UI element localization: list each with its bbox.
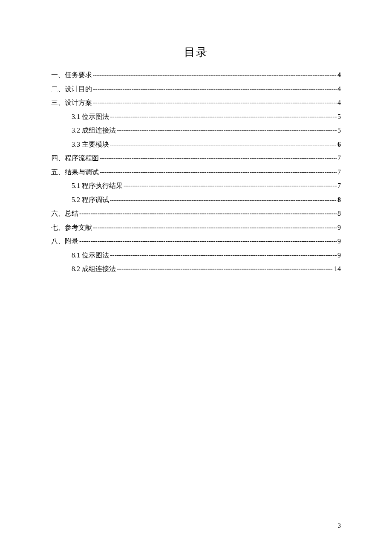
toc-leader: ----------------------------------------…: [110, 252, 337, 259]
page-number: 3: [338, 523, 341, 529]
toc-leader: ----------------------------------------…: [110, 113, 337, 120]
toc-entry-page: 8: [337, 210, 341, 217]
toc-entry: 8.1 位示图法 -------------------------------…: [51, 252, 341, 259]
toc-entry-page: 14: [334, 266, 341, 272]
toc-entry-page: 8: [337, 197, 341, 203]
toc-entry: 5.2 程序调试 -------------------------------…: [51, 197, 341, 203]
toc-entry-page: 5: [337, 127, 341, 134]
toc-leader: ----------------------------------------…: [124, 182, 337, 189]
toc-entry: 八、附录 -----------------------------------…: [51, 238, 341, 245]
toc-entry-page: 5: [337, 113, 341, 120]
toc-entry-page: 4: [337, 72, 341, 78]
toc-entry-label: 5.1 程序执行结果: [72, 182, 123, 189]
toc-leader: ----------------------------------------…: [79, 210, 337, 217]
toc-leader: ----------------------------------------…: [100, 169, 337, 176]
toc-entry-label: 一、任务要求: [51, 72, 92, 78]
toc-entry: 六、总结 -----------------------------------…: [51, 210, 341, 217]
toc-entry-page: 9: [337, 224, 341, 231]
toc-entry-label: 3.1 位示图法: [72, 113, 109, 120]
toc-entry-page: 4: [337, 99, 341, 106]
toc-entry-label: 3.2 成组连接法: [72, 127, 116, 134]
toc-leader: ----------------------------------------…: [93, 99, 337, 106]
toc-entry-label: 8.2 成组连接法: [72, 266, 116, 272]
toc-entry: 3.2 成组连接法 ------------------------------…: [51, 127, 341, 134]
toc-entry-page: 4: [337, 86, 341, 92]
toc-entry-label: 3.3 主要模块: [72, 141, 109, 148]
toc-list: 一、任务要求 ---------------------------------…: [51, 72, 341, 272]
toc-leader: ----------------------------------------…: [93, 73, 337, 78]
toc-entry-label: 四、程序流程图: [51, 155, 99, 162]
toc-leader: ----------------------------------------…: [110, 198, 337, 203]
toc-entry: 8.2 成组连接法 ------------------------------…: [51, 266, 341, 272]
toc-entry: 一、任务要求 ---------------------------------…: [51, 72, 341, 78]
toc-entry-page: 9: [337, 238, 341, 245]
toc-leader: ----------------------------------------…: [110, 142, 337, 147]
toc-entry-page: 9: [337, 252, 341, 259]
toc-entry: 五、结果与调试 --------------------------------…: [51, 169, 341, 176]
toc-entry-page: 7: [337, 169, 341, 176]
toc-entry-label: 8.1 位示图法: [72, 252, 109, 259]
toc-leader: ----------------------------------------…: [100, 155, 337, 162]
toc-title: 目录: [51, 45, 341, 60]
toc-entry: 5.1 程序执行结果 -----------------------------…: [51, 182, 341, 189]
toc-entry-label: 七、参考文献: [51, 224, 92, 231]
toc-entry-label: 五、结果与调试: [51, 169, 99, 176]
toc-entry-page: 6: [337, 141, 341, 148]
toc-entry: 3.3 主要模块 -------------------------------…: [51, 141, 341, 148]
toc-entry: 七、参考文献 ---------------------------------…: [51, 224, 341, 231]
toc-leader: ----------------------------------------…: [93, 224, 337, 231]
toc-entry-label: 5.2 程序调试: [72, 197, 109, 203]
toc-entry: 3.1 位示图法 -------------------------------…: [51, 113, 341, 120]
toc-leader: ----------------------------------------…: [93, 86, 337, 92]
toc-entry: 三、设计方案 ---------------------------------…: [51, 99, 341, 106]
toc-leader: ----------------------------------------…: [79, 238, 337, 245]
toc-leader: ----------------------------------------…: [117, 127, 337, 134]
toc-entry-label: 八、附录: [51, 238, 78, 245]
toc-entry: 四、程序流程图 --------------------------------…: [51, 155, 341, 162]
toc-entry-label: 三、设计方案: [51, 99, 92, 106]
toc-entry-page: 7: [337, 155, 341, 162]
document-page: 目录 一、任务要求 ------------------------------…: [0, 0, 392, 272]
toc-entry: 二、设计目的 ---------------------------------…: [51, 86, 341, 92]
toc-entry-label: 二、设计目的: [51, 86, 92, 92]
toc-entry-label: 六、总结: [51, 210, 78, 217]
toc-leader: ----------------------------------------…: [117, 266, 333, 272]
toc-entry-page: 7: [337, 182, 341, 189]
